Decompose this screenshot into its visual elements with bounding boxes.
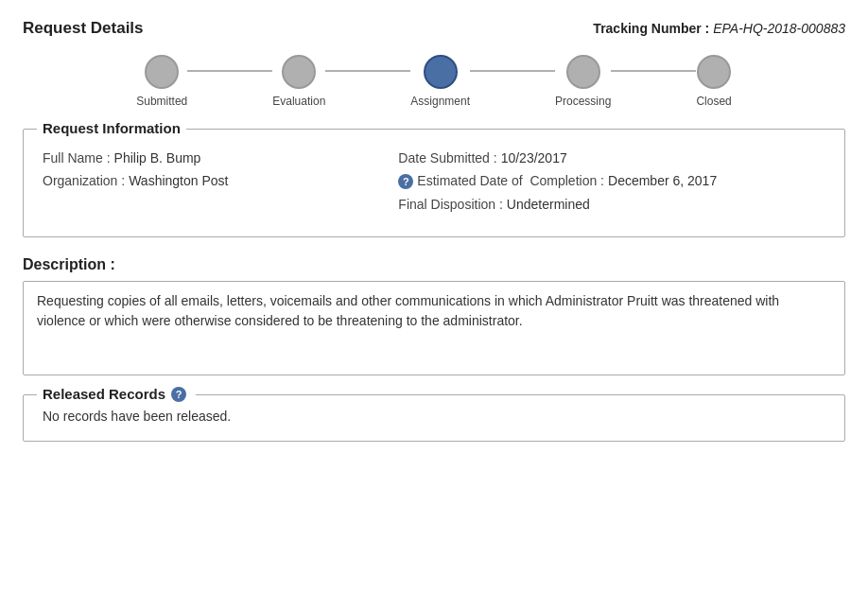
tracking-label: Tracking Number : xyxy=(593,21,709,36)
step-assignment: Assignment xyxy=(410,55,470,108)
final-disposition-row: Final Disposition : Undetermined xyxy=(398,197,825,212)
page-header: Request Details Tracking Number : EPA-HQ… xyxy=(23,19,845,38)
step-closed-label: Closed xyxy=(696,95,731,108)
estimated-date-help-icon[interactable]: ? xyxy=(398,174,413,189)
stepper-inner: Submitted Evaluation Assignment Processi… xyxy=(136,55,732,108)
final-disposition-value: Undetermined xyxy=(507,197,590,212)
estimated-date-content: Estimated Date of Completion : December … xyxy=(417,173,717,188)
request-information-legend: Request Information xyxy=(37,120,186,136)
final-disposition-label: Final Disposition : xyxy=(398,197,503,212)
released-records-legend: Released Records ? xyxy=(37,386,196,402)
date-submitted-value: 10/23/2017 xyxy=(501,150,567,166)
step-evaluation-circle xyxy=(282,55,316,89)
description-text: Requesting copies of all emails, letters… xyxy=(37,293,779,328)
connector-3 xyxy=(470,70,555,72)
description-box: Requesting copies of all emails, letters… xyxy=(23,281,845,375)
released-records-help-icon[interactable]: ? xyxy=(171,387,186,402)
date-submitted-label: Date Submitted : xyxy=(398,150,496,166)
released-records-label: Released Records xyxy=(43,386,165,402)
info-grid: Full Name : Philip B. Bump Organization … xyxy=(43,150,825,219)
organization-label: Organization : xyxy=(43,173,125,188)
progress-stepper: Submitted Evaluation Assignment Processi… xyxy=(23,55,845,108)
step-closed-circle xyxy=(697,55,731,89)
request-information-box: Request Information Full Name : Philip B… xyxy=(23,129,845,237)
released-records-box: Released Records ? No records have been … xyxy=(23,394,845,442)
info-left-col: Full Name : Philip B. Bump Organization … xyxy=(43,150,398,219)
no-records-text: No records have been released. xyxy=(43,409,825,424)
description-section: Description : Requesting copies of all e… xyxy=(23,256,845,375)
tracking-number: Tracking Number : EPA-HQ-2018-000883 xyxy=(593,21,845,36)
step-assignment-circle xyxy=(424,55,458,89)
estimated-date-value: December 6, 2017 xyxy=(608,173,717,188)
estimated-date-label: Estimated Date of Completion : xyxy=(417,173,604,188)
date-submitted-row: Date Submitted : 10/23/2017 xyxy=(398,150,825,166)
step-submitted: Submitted xyxy=(136,55,187,108)
connector-1 xyxy=(187,70,272,72)
step-submitted-circle xyxy=(145,55,179,89)
connector-4 xyxy=(611,70,696,72)
full-name-row: Full Name : Philip B. Bump xyxy=(43,150,398,166)
step-assignment-label: Assignment xyxy=(410,95,470,108)
organization-row: Organization : Washington Post xyxy=(43,173,398,188)
full-name-value: Philip B. Bump xyxy=(114,150,201,166)
tracking-number-value: EPA-HQ-2018-000883 xyxy=(713,21,845,36)
estimated-date-row: ? Estimated Date of Completion : Decembe… xyxy=(398,173,825,189)
info-right-col: Date Submitted : 10/23/2017 ? Estimated … xyxy=(398,150,825,219)
full-name-label: Full Name : xyxy=(43,150,111,166)
step-processing: Processing xyxy=(555,55,611,108)
step-evaluation-label: Evaluation xyxy=(272,95,325,108)
connector-2 xyxy=(325,70,410,72)
step-submitted-label: Submitted xyxy=(136,95,187,108)
step-processing-label: Processing xyxy=(555,95,611,108)
step-processing-circle xyxy=(566,55,600,89)
page-title: Request Details xyxy=(23,19,144,38)
step-evaluation: Evaluation xyxy=(272,55,325,108)
description-heading: Description : xyxy=(23,256,845,273)
step-closed: Closed xyxy=(696,55,731,108)
organization-value: Washington Post xyxy=(129,173,228,188)
